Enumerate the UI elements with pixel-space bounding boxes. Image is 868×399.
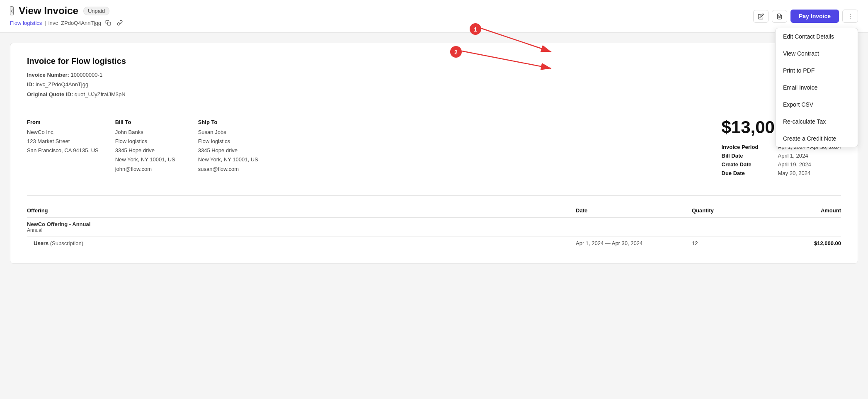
copy-id-button[interactable] (104, 18, 113, 27)
edit-button[interactable] (753, 10, 769, 23)
table-row: Users (Subscription) Apr 1, 2024 — Apr 3… (27, 237, 841, 250)
svg-point-4 (850, 16, 851, 17)
offering-group: NewCo Offering - Annual Annual (27, 221, 576, 233)
col-date: Date (576, 207, 692, 214)
period-label: Invoice Period (722, 144, 771, 150)
offerings-section: Offering Date Quantity Amount NewCo Offe… (27, 195, 841, 250)
bill-date-row: Bill Date April 1, 2024 (722, 153, 841, 159)
pay-invoice-button[interactable]: Pay Invoice (790, 10, 839, 23)
ship-to-label: Ship To (198, 119, 264, 125)
bill-to-text: John Banks Flow logistics 3345 Hope driv… (115, 128, 182, 173)
dropdown-item-email-invoice[interactable]: Email Invoice (776, 79, 858, 96)
offering-item: Users (Subscription) (27, 240, 576, 246)
dropdown-menu: Edit Contact Details View Contract Print… (775, 28, 858, 147)
col-offering: Offering (27, 207, 576, 214)
svg-rect-0 (107, 22, 111, 25)
row-quantity: 12 (692, 240, 766, 246)
invoice-header-area: Invoice for Flow logistics Invoice Numbe… (27, 56, 841, 99)
due-date-row: Due Date May 20, 2024 (722, 170, 841, 176)
invoice-quote-value: quot_UJyZfraIJM3pN (75, 91, 126, 97)
bill-to-label: Bill To (115, 119, 182, 125)
invoice-number-label: Invoice Number: (27, 72, 69, 78)
invoice-quote-label: Original Quote ID: (27, 91, 73, 97)
create-date-label: Create Date (722, 161, 771, 168)
dropdown-item-export-csv[interactable]: Export CSV (776, 96, 858, 113)
bill-date-value: April 1, 2024 (778, 153, 808, 159)
row-date: Apr 1, 2024 — Apr 30, 2024 (576, 240, 692, 246)
invoice-id-value: invc_ZPdoQ4AnnTjgg (36, 81, 88, 88)
dropdown-item-print-pdf[interactable]: Print to PDF (776, 62, 858, 79)
dropdown-item-recalculate-tax[interactable]: Re-calculate Tax (776, 113, 858, 130)
header-left: ‹ View Invoice Unpaid Flow logistics | i… (10, 5, 124, 27)
due-date-value: May 20, 2024 (778, 170, 811, 176)
company-link[interactable]: Flow logistics (10, 20, 42, 26)
page-header: ‹ View Invoice Unpaid Flow logistics | i… (0, 0, 868, 33)
table-row: NewCo Offering - Annual Annual (27, 218, 841, 237)
more-menu-container: Edit Contact Details View Contract Print… (842, 10, 858, 23)
pdf-button[interactable] (772, 10, 787, 23)
invoice-addresses: From NewCo Inc, 123 Market Street San Fr… (27, 109, 712, 179)
from-label: From (27, 119, 99, 125)
ship-to-text: Susan Jobs Flow logistics 3345 Hope driv… (198, 128, 264, 173)
dropdown-item-credit-note[interactable]: Create a Credit Note (776, 130, 858, 147)
header-subtitle: Flow logistics | invc_ZPdoQ4AnnTjgg (10, 18, 124, 27)
dropdown-item-edit-contact[interactable]: Edit Contact Details (776, 28, 858, 45)
invoice-id: invc_ZPdoQ4AnnTjgg (48, 20, 101, 26)
col-amount: Amount (766, 207, 841, 214)
from-address: From NewCo Inc, 123 Market Street San Fr… (27, 119, 99, 179)
ship-to-address: Ship To Susan Jobs Flow logistics 3345 H… (198, 119, 264, 179)
invoice-id-label: ID: (27, 81, 34, 88)
due-date-label: Due Date (722, 170, 771, 176)
link-button[interactable] (115, 18, 124, 27)
invoice-body: From NewCo Inc, 123 Market Street San Fr… (27, 109, 841, 179)
from-text: NewCo Inc, 123 Market Street San Francis… (27, 128, 99, 155)
dropdown-item-view-contract[interactable]: View Contract (776, 45, 858, 62)
svg-point-5 (850, 18, 851, 19)
status-badge: Unpaid (83, 7, 109, 15)
table-header: Offering Date Quantity Amount (27, 204, 841, 218)
invoice-meta: Invoice Number: 100000000-1 ID: invc_ZPd… (27, 70, 841, 99)
svg-point-3 (850, 14, 851, 15)
row-amount: $12,000.00 (766, 240, 841, 246)
invoice-details-table: Invoice Period Apr 1, 2024 - Apr 30, 202… (722, 144, 841, 176)
main-content: Invoice for Flow logistics Invoice Numbe… (0, 33, 868, 274)
invoice-card: Invoice for Flow logistics Invoice Numbe… (10, 43, 858, 264)
bill-to-address: Bill To John Banks Flow logistics 3345 H… (115, 119, 182, 179)
col-quantity: Quantity (692, 207, 766, 214)
create-date-row: Create Date April 19, 2024 (722, 161, 841, 168)
invoice-title: Invoice for Flow logistics (27, 56, 841, 66)
header-right: Pay Invoice Edit Contact Details View Co… (753, 10, 858, 23)
more-options-button[interactable] (842, 10, 858, 23)
title-row: ‹ View Invoice Unpaid (10, 5, 124, 17)
invoice-header: Invoice for Flow logistics Invoice Numbe… (27, 56, 841, 99)
invoice-number-value: 100000000-1 (70, 72, 102, 78)
bill-date-label: Bill Date (722, 153, 771, 159)
create-date-value: April 19, 2024 (778, 161, 811, 168)
page-title: View Invoice (19, 5, 78, 17)
back-button[interactable]: ‹ (10, 6, 14, 15)
